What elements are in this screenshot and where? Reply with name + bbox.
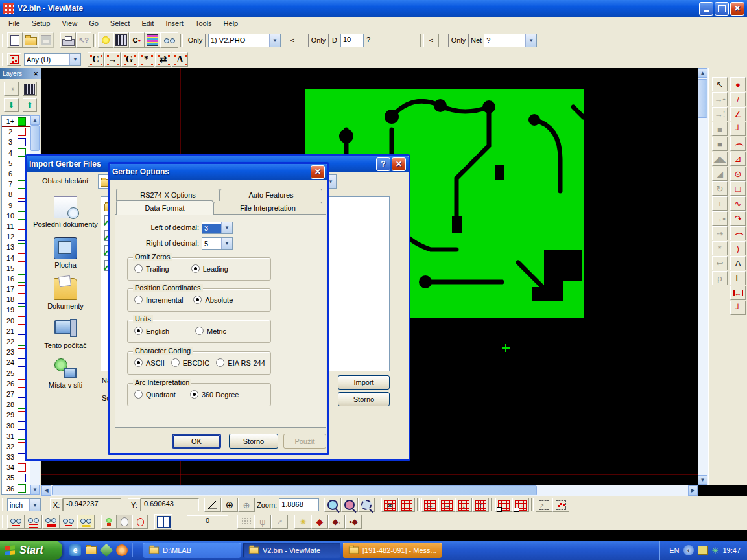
dot-grid-button[interactable]: [237, 515, 254, 529]
toolbar-handle[interactable]: [2, 34, 5, 47]
filter-combo-dropdown[interactable]: ▼: [69, 54, 80, 65]
open-file-button[interactable]: [23, 32, 38, 48]
unit-combo-dropdown[interactable]: ▼: [29, 499, 40, 511]
select-window-move-button[interactable]: ↗: [536, 498, 552, 512]
tab-data-format[interactable]: Data Format: [116, 200, 213, 215]
radio-icon[interactable]: [134, 390, 143, 399]
ok-button[interactable]: OK: [172, 434, 221, 449]
places-bar-item[interactable]: Místa v síti: [33, 358, 98, 389]
view-dcodes-button[interactable]: [7, 515, 25, 529]
select-goto-arrow-button[interactable]: →: [104, 52, 121, 67]
select-gerber-button[interactable]: G: [121, 52, 137, 67]
draw-angle-tool[interactable]: ∠: [730, 107, 746, 121]
draw-arc-line-tool[interactable]: ∿: [730, 196, 746, 211]
layer-color-swatch[interactable]: [18, 463, 26, 472]
pattern-flash-button[interactable]: ✳: [294, 515, 311, 529]
expand-tool[interactable]: +: [712, 196, 728, 211]
taskbar-task-button[interactable]: D:\MLAB: [143, 542, 241, 558]
only-dcode-button[interactable]: Only: [185, 34, 206, 47]
pan-right-button[interactable]: →: [438, 498, 455, 512]
only-net-button[interactable]: Only: [448, 34, 469, 47]
layer-combo-dropdown[interactable]: ▼: [269, 34, 280, 47]
move-to-points-tool[interactable]: →⁚: [712, 107, 728, 121]
start-button[interactable]: Start: [0, 541, 62, 560]
draw-corner-tool[interactable]: ┘: [730, 122, 746, 136]
only-d-button[interactable]: Only: [308, 34, 329, 47]
context-help-button[interactable]: ↖?: [76, 32, 91, 48]
film-color-button[interactable]: [145, 32, 160, 48]
layer-scroll-thumb[interactable]: [30, 125, 40, 151]
radio-option[interactable]: Absolute: [193, 296, 233, 304]
print-button[interactable]: [60, 32, 76, 48]
save-button[interactable]: [38, 32, 54, 48]
traffic-light-button[interactable]: [101, 515, 117, 529]
places-bar-item[interactable]: Dokumenty: [33, 278, 98, 310]
menu-item[interactable]: Edit: [136, 18, 160, 29]
gerber-dialog-close-button[interactable]: ✕: [311, 165, 325, 179]
import-cancel-button[interactable]: Storno: [338, 392, 390, 406]
dcode-number-input[interactable]: 10: [340, 34, 364, 47]
import-dialog-close-button[interactable]: ✕: [392, 158, 406, 171]
apply-button[interactable]: Použít: [283, 434, 326, 449]
dimension-tool[interactable]: ↔: [730, 286, 746, 300]
quicklaunch-book-icon[interactable]: [100, 544, 113, 557]
draw-curve-dot-tool[interactable]: ↷: [730, 211, 746, 226]
pan-down-button[interactable]: ↓: [455, 498, 472, 512]
zoom-tool-button[interactable]: [324, 498, 341, 512]
radio-option[interactable]: Trailing: [134, 264, 169, 273]
draw-line-tool[interactable]: /: [730, 92, 746, 106]
menu-item[interactable]: Setup: [26, 18, 56, 29]
table-view-button[interactable]: [154, 514, 172, 530]
quicklaunch-ie-icon[interactable]: e: [69, 544, 81, 556]
taskbar-clock[interactable]: 19:47: [722, 546, 741, 554]
quicklaunch-firefox-icon[interactable]: [116, 544, 128, 556]
radio-icon[interactable]: [134, 327, 143, 335]
view-traces-button[interactable]: [60, 515, 77, 529]
anchor-button[interactable]: ψ: [254, 515, 271, 529]
view-pads-button[interactable]: [42, 515, 60, 529]
rotate-tool[interactable]: ↻: [712, 181, 728, 196]
lasso-tool[interactable]: ρ: [712, 271, 728, 285]
places-bar-item[interactable]: Tento počítač: [33, 319, 98, 349]
scroll-up-arrow[interactable]: ▲: [698, 68, 707, 78]
zoom-grid-button[interactable]: [341, 498, 358, 512]
import-button[interactable]: Import: [338, 375, 390, 390]
layer-color-swatch[interactable]: [18, 474, 26, 482]
select-star-button[interactable]: *: [138, 52, 154, 67]
scroll-down-arrow[interactable]: ▼: [698, 475, 707, 485]
radio-icon[interactable]: [134, 358, 143, 367]
zoom-out-box-button[interactable]: [495, 498, 512, 512]
menu-item[interactable]: Help: [218, 18, 244, 29]
close-button[interactable]: ✕: [730, 2, 744, 16]
probe-point-button[interactable]: ⊕: [238, 498, 255, 512]
zoom-value-input[interactable]: 1.8868: [279, 498, 319, 511]
layer-scroll-up[interactable]: ▲: [30, 115, 40, 125]
radio-option[interactable]: Quadrant: [134, 390, 176, 399]
tab-auto-features[interactable]: Auto Features: [220, 189, 322, 201]
aperture-list-button[interactable]: [98, 32, 113, 48]
left-of-decimal-combo[interactable]: 3 ▼: [202, 222, 233, 234]
layer-color-swatch[interactable]: [18, 138, 26, 146]
pan-left-button[interactable]: ←: [421, 498, 438, 512]
layers-panel-close-icon[interactable]: ✕: [33, 71, 38, 77]
select-filter-button[interactable]: [7, 53, 21, 66]
pan-up-button[interactable]: ↑: [472, 498, 489, 512]
radio-option[interactable]: Leading: [191, 264, 228, 273]
radio-option[interactable]: 360 Degree: [190, 390, 239, 399]
tab-rs274x-options[interactable]: RS274-X Options: [116, 189, 220, 201]
right-of-decimal-dropdown[interactable]: ▼: [221, 238, 232, 249]
tray-collapse-icon[interactable]: ‹: [683, 545, 694, 555]
radio-icon[interactable]: [191, 264, 200, 273]
select-window-items-button[interactable]: [552, 498, 569, 512]
horizontal-scroll-thumb[interactable]: [52, 485, 537, 495]
scroll-left-arrow[interactable]: ◀: [42, 485, 51, 496]
radio-icon[interactable]: [193, 296, 202, 304]
menu-item[interactable]: View: [56, 18, 83, 29]
import-preview-list[interactable]: [329, 196, 390, 371]
radio-option[interactable]: ASCII: [134, 358, 165, 367]
lamp-off-button[interactable]: [117, 515, 132, 529]
view-full-grid-button[interactable]: [398, 498, 415, 512]
prev-net-button[interactable]: <: [423, 34, 439, 47]
layer-move-down-button[interactable]: ⬇: [4, 98, 19, 112]
tab-file-interpretation[interactable]: File Interpretation: [213, 202, 322, 214]
